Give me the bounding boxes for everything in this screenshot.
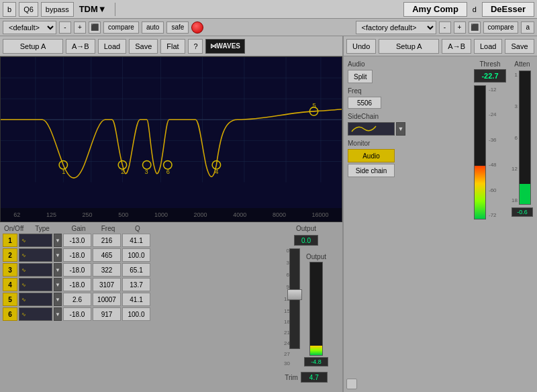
deesser-save-btn[interactable]: Save (505, 39, 534, 54)
band-1-btn[interactable]: 1 (3, 234, 17, 247)
band-3-freq: 322 (93, 263, 121, 277)
output-value-display: 0.0 (294, 235, 318, 246)
sidechain-select[interactable] (348, 122, 395, 136)
scale-48: -48 (489, 162, 497, 168)
band-row-5: 5 ∿ ▼ 2.6 10007 41.1 (3, 293, 268, 306)
audio-monitor-btn[interactable]: Audio (348, 149, 395, 162)
band-3-dropdown[interactable]: ▼ (54, 263, 62, 277)
eq-panel: Setup A A→B Load Save Flat ? ⋈WAVES (0, 36, 342, 392)
freq-value[interactable]: 5506 (348, 97, 381, 109)
band-6-gain: -18.0 (63, 307, 91, 321)
freq-4000: 4000 (233, 211, 246, 218)
sidechain-dropdown[interactable]: ▼ (396, 122, 405, 136)
thresh-atten-section: Thresh -22.7 -12 -24 -36 -48 -60 -72 (474, 60, 506, 372)
deesser-ab-btn[interactable]: A→B (442, 39, 471, 54)
band-6-type-icon: ∿ (21, 311, 26, 317)
freq-500: 500 (118, 211, 128, 218)
band-1-dropdown[interactable]: ▼ (54, 234, 62, 247)
band-1-type[interactable]: ∿ (19, 234, 52, 247)
deesser-setup-label: Setup A (379, 39, 439, 54)
scale-36: -36 (489, 137, 497, 143)
band-4-btn[interactable]: 4 (3, 278, 17, 291)
thresh-value: -22.7 (474, 69, 506, 83)
deesser-body: Audio Split Freq 5506 SideChain (344, 56, 537, 376)
band-6-type[interactable]: ∿ (19, 307, 52, 321)
band-4-dropdown[interactable]: ▼ (54, 278, 62, 291)
q6-button[interactable]: Q6 (19, 2, 38, 17)
svg-text:6: 6 (166, 168, 170, 175)
eq-help-btn[interactable]: ? (188, 39, 203, 54)
band-2-type[interactable]: ∿ (19, 248, 52, 262)
eq-save-btn[interactable]: Save (129, 39, 158, 54)
band-3-btn[interactable]: 3 (3, 263, 17, 277)
compare-btn[interactable]: compare (103, 21, 139, 34)
deesser-label: DeEsser (482, 2, 534, 17)
deesser-plus-btn[interactable]: + (454, 21, 466, 34)
deesser-minus-btn[interactable]: - (439, 21, 451, 34)
tdm-label[interactable]: TDM▼ (77, 4, 109, 14)
output-meter-value: -4.8 (304, 357, 328, 366)
band-5-type[interactable]: ∿ (19, 293, 52, 306)
band-2-btn[interactable]: 2 (3, 248, 17, 262)
atten-meter-container: 1 3 6 12 18 (511, 70, 533, 205)
sidechain-monitor-btn[interactable]: Side chain (348, 164, 395, 177)
plus-btn[interactable]: + (74, 21, 86, 34)
b-button[interactable]: b (3, 2, 16, 17)
band-6-dropdown[interactable]: ▼ (54, 307, 62, 321)
auto-btn[interactable]: auto (142, 21, 164, 34)
atten-section: Atten 1 3 6 12 18 -0.6 (511, 60, 533, 372)
divider (115, 3, 115, 16)
scale-60: -60 (489, 187, 497, 193)
band-4-gain: -18.0 (63, 278, 91, 291)
monitor-label: Monitor (348, 140, 469, 147)
eq-flat-btn[interactable]: Flat (160, 39, 185, 54)
split-btn[interactable]: Split (348, 70, 373, 83)
audio-label: Audio (348, 60, 469, 68)
deesser-panel: Undo Setup A A→B Load Save Audio Split F… (342, 36, 537, 392)
band-row-3: 3 ∿ ▼ -18.0 322 65.1 (3, 263, 268, 277)
amy-comp-label: Amy Comp (403, 2, 467, 17)
fader-track[interactable] (289, 248, 300, 349)
band-5-btn[interactable]: 5 (3, 293, 17, 306)
preset-select[interactable]: <default> (3, 21, 56, 34)
band-2-type-icon: ∿ (21, 252, 26, 258)
band-2-gain: -18.0 (63, 248, 91, 262)
safe-btn[interactable]: safe (166, 21, 189, 34)
atten-fill (520, 184, 530, 204)
vu-fill (310, 346, 322, 355)
main-area: Setup A A→B Load Save Flat ? ⋈WAVES (0, 36, 537, 392)
band-3-type[interactable]: ∿ (19, 263, 52, 277)
fader-thumb[interactable] (287, 289, 302, 300)
eq-ab-btn[interactable]: A→B (66, 39, 95, 54)
deesser-copy-btn[interactable]: ⬛ (469, 21, 481, 34)
freq-2000: 2000 (194, 211, 207, 218)
audio-section: Audio Split (348, 60, 469, 83)
waves-logo: ⋈WAVES (205, 39, 245, 54)
band-2-dropdown[interactable]: ▼ (54, 248, 62, 262)
band-6-btn[interactable]: 6 (3, 307, 17, 321)
band-row-2: 2 ∿ ▼ -18.0 465 100.0 (3, 248, 268, 262)
deesser-compare-btn[interactable]: compare (483, 21, 519, 34)
bypass-button[interactable]: bypass (41, 2, 74, 17)
deesser-undo-btn[interactable]: Undo (346, 39, 376, 54)
freq-label: Freq (348, 87, 469, 95)
freq-section: Freq 5506 (348, 87, 469, 109)
copy-btn[interactable]: ⬛ (89, 21, 101, 34)
deesser-auto-btn[interactable]: a (521, 21, 534, 34)
second-bar: <default> - + ⬛ compare auto safe <facto… (0, 19, 537, 36)
eq-load-btn[interactable]: Load (98, 39, 126, 54)
deesser-settings-icon[interactable] (346, 379, 357, 389)
deesser-preset-select[interactable]: <factory default> (356, 21, 436, 34)
minus-btn[interactable]: - (59, 21, 71, 34)
band-1-gain: -13.0 (63, 234, 91, 247)
thresh-scale: -12 -24 -36 -48 -60 -72 (489, 85, 497, 219)
atten-label: Atten (514, 60, 530, 68)
band-5-dropdown[interactable]: ▼ (54, 293, 62, 306)
band-3-gain: -18.0 (63, 263, 91, 277)
deesser-load-btn[interactable]: Load (474, 39, 502, 54)
band-5-q: 41.1 (122, 293, 150, 306)
freq-8000: 8000 (273, 211, 286, 218)
band-4-type[interactable]: ∿ (19, 278, 52, 291)
record-btn[interactable] (191, 21, 203, 34)
col-type: Type (21, 225, 63, 232)
